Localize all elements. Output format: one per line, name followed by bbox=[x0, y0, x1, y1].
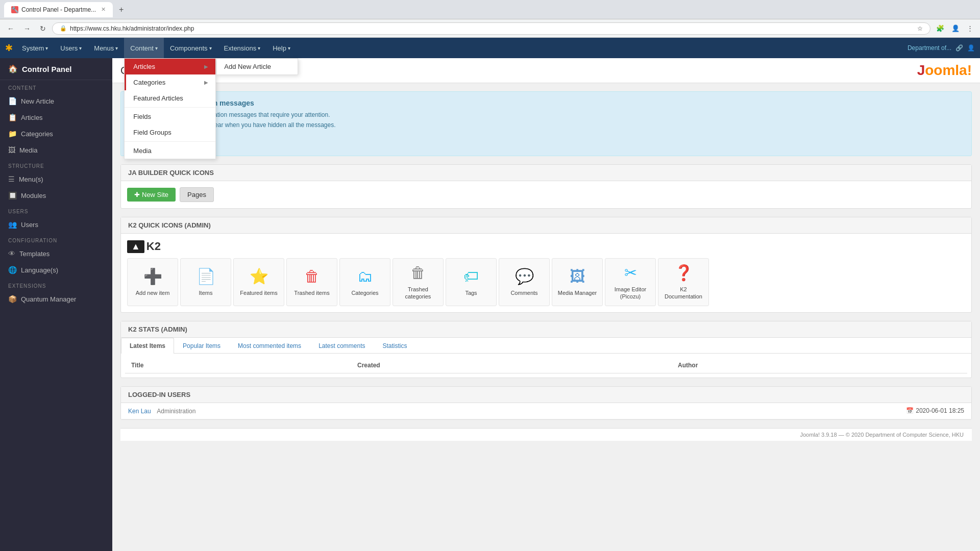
sidebar-item-languages-label: Language(s) bbox=[21, 266, 58, 274]
nav-item-help[interactable]: Help ▾ bbox=[266, 38, 297, 58]
k2-icon-comments[interactable]: 💬 Comments bbox=[499, 258, 550, 306]
comments-icon: 💬 bbox=[515, 267, 534, 285]
nav-item-content-label: Content bbox=[130, 44, 154, 52]
k2-icon-categories[interactable]: 🗂 Categories bbox=[339, 258, 390, 306]
back-button[interactable]: ← bbox=[4, 22, 17, 35]
sidebar: 🏠 Control Panel CONTENT 📄 New Article 📋 … bbox=[0, 58, 112, 551]
close-tab-button[interactable]: ✕ bbox=[101, 6, 106, 13]
browser-tab[interactable]: 🔧 Control Panel - Departme... ✕ bbox=[4, 2, 113, 17]
stats-tab-latest-items[interactable]: Latest Items bbox=[121, 338, 174, 354]
k2-quick-icons-panel: K2 QUICK ICONS (ADMIN) ▲ K2 ➕ Add new it… bbox=[120, 217, 972, 313]
sidebar-section-content-label: CONTENT bbox=[0, 80, 112, 93]
post-install-alert: You have post-installation messages Ther… bbox=[120, 91, 972, 156]
sidebar-header: 🏠 Control Panel bbox=[0, 58, 112, 80]
sidebar-section-users-label: USERS bbox=[0, 204, 112, 216]
bookmark-icon[interactable]: ☆ bbox=[917, 25, 923, 32]
trashed-items-label: Trashed items bbox=[294, 289, 329, 296]
comments-label: Comments bbox=[510, 289, 537, 296]
dropdown-articles[interactable]: Articles ▶ bbox=[125, 59, 215, 74]
nav-item-content[interactable]: Content ▾ Articles ▶ Categories ▶ Featur… bbox=[124, 38, 164, 58]
home-icon[interactable]: 🏠 bbox=[8, 64, 18, 73]
dropdown-media[interactable]: Media bbox=[125, 143, 215, 159]
forward-button[interactable]: → bbox=[20, 22, 34, 35]
k2-icon-trashed-items[interactable]: 🗑 Trashed items bbox=[286, 258, 337, 306]
joomla-brand-rest: oomla! bbox=[925, 62, 972, 78]
sidebar-item-quantum-manager[interactable]: 📦 Quantum Manager bbox=[0, 291, 112, 307]
address-bar[interactable]: 🔒 https://www.cs.hku.hk/administrator/in… bbox=[52, 22, 930, 35]
sidebar-item-users-label: Users bbox=[21, 221, 38, 229]
add-item-label: Add new item bbox=[136, 289, 170, 296]
logged-in-users-header: LOGGED-IN USERS bbox=[121, 387, 971, 403]
stats-col-title: Title bbox=[125, 358, 351, 373]
new-site-button[interactable]: ✚ New Site bbox=[127, 188, 176, 202]
sidebar-section-structure-label: STRUCTURE bbox=[0, 158, 112, 171]
nav-item-users[interactable]: Users ▾ bbox=[54, 38, 88, 58]
nav-item-menus[interactable]: Menus ▾ bbox=[88, 38, 124, 58]
sidebar-item-new-article-label: New Article bbox=[21, 97, 54, 105]
stats-tabs: Latest Items Popular Items Most commente… bbox=[121, 338, 971, 354]
stats-tab-latest-comments[interactable]: Latest comments bbox=[310, 338, 374, 354]
refresh-button[interactable]: ↻ bbox=[37, 22, 49, 35]
sidebar-item-templates[interactable]: 👁 Templates bbox=[0, 245, 112, 262]
quantum-manager-icon: 📦 bbox=[8, 295, 17, 303]
sidebar-item-new-article[interactable]: 📄 New Article bbox=[0, 93, 112, 109]
stats-col-author: Author bbox=[672, 358, 967, 373]
k2-icon-trashed-categories[interactable]: 🗑 Trashed categories bbox=[393, 258, 444, 306]
k2-icon-media-manager[interactable]: 🖼 Media Manager bbox=[552, 258, 603, 306]
tags-icon: 🏷 bbox=[463, 268, 479, 285]
k2-icon-items[interactable]: 📄 Items bbox=[180, 258, 231, 306]
nav-item-extensions[interactable]: Extensions ▾ bbox=[218, 38, 267, 58]
sidebar-item-modules[interactable]: 🔲 Modules bbox=[0, 187, 112, 204]
dropdown-categories[interactable]: Categories ▶ bbox=[125, 74, 215, 90]
k2-icon-image-editor[interactable]: ✂ Image Editor (Picozu) bbox=[605, 258, 656, 306]
k2-icon-k2-documentation[interactable]: ❓ K2 Documentation bbox=[658, 258, 709, 306]
sidebar-section-extensions-label: EXTENSIONS bbox=[0, 278, 112, 291]
logged-user-info: Ken Lau Administration bbox=[128, 407, 195, 415]
ja-builder-bar: ✚ New Site Pages bbox=[127, 187, 965, 202]
extensions-button[interactable]: 🧩 bbox=[934, 23, 947, 34]
new-tab-button[interactable]: + bbox=[116, 4, 127, 15]
browser-chrome: 🔧 Control Panel - Departme... ✕ + bbox=[0, 0, 980, 19]
menu-button[interactable]: ⋮ bbox=[964, 23, 976, 34]
logged-in-users-panel: LOGGED-IN USERS Ken Lau Administration 📅… bbox=[120, 386, 972, 420]
sidebar-item-articles[interactable]: 📋 Articles bbox=[0, 109, 112, 126]
k2-icon-tags[interactable]: 🏷 Tags bbox=[446, 258, 497, 306]
dropdown-add-new-article[interactable]: Add New Article bbox=[217, 59, 298, 74]
joomla-brand: Joomla! bbox=[917, 62, 972, 79]
profile-button[interactable]: 👤 bbox=[949, 23, 962, 34]
stats-tab-popular-items[interactable]: Popular Items bbox=[174, 338, 229, 354]
sidebar-item-languages[interactable]: 🌐 Language(s) bbox=[0, 262, 112, 278]
k2-categories-label: Categories bbox=[351, 289, 378, 296]
post-install-title: You have post-installation messages bbox=[129, 99, 963, 107]
dropdown-featured-articles[interactable]: Featured Articles bbox=[125, 90, 215, 106]
sidebar-item-users[interactable]: 👥 Users bbox=[0, 216, 112, 233]
nav-item-system[interactable]: System ▾ bbox=[16, 38, 54, 58]
dropdown-articles-arrow: ▶ bbox=[204, 64, 208, 69]
dropdown-categories-label: Categories bbox=[133, 79, 165, 86]
ja-builder-body: ✚ New Site Pages bbox=[121, 181, 971, 208]
featured-items-icon: ⭐ bbox=[250, 267, 268, 285]
stats-tab-most-commented[interactable]: Most commented items bbox=[229, 338, 310, 354]
sidebar-item-categories[interactable]: 📁 Categories bbox=[0, 126, 112, 142]
sidebar-item-media[interactable]: 🖼 Media bbox=[0, 142, 112, 158]
k2-icon-add-item[interactable]: ➕ Add new item bbox=[127, 258, 178, 306]
featured-items-label: Featured items bbox=[240, 289, 277, 296]
k2-stats-header: K2 STATS (ADMIN) bbox=[121, 321, 971, 338]
stats-tab-statistics[interactable]: Statistics bbox=[374, 338, 416, 354]
sidebar-item-menus[interactable]: ☰ Menu(s) bbox=[0, 171, 112, 187]
logged-user-name[interactable]: Ken Lau bbox=[128, 408, 151, 415]
pages-button[interactable]: Pages bbox=[180, 187, 214, 202]
dept-link[interactable]: Department of... bbox=[908, 44, 951, 52]
k2-quick-icons-body: ▲ K2 ➕ Add new item 📄 Items ⭐ Featured i… bbox=[121, 234, 971, 312]
k2-categories-icon: 🗂 bbox=[357, 268, 373, 285]
k2-icon-featured-items[interactable]: ⭐ Featured items bbox=[233, 258, 284, 306]
logged-user-role: Administration bbox=[157, 408, 195, 415]
nav-item-components[interactable]: Components ▾ bbox=[164, 38, 218, 58]
nav-item-users-label: Users bbox=[60, 44, 78, 52]
logged-user-time-value: 2020-06-01 18:25 bbox=[916, 407, 964, 414]
stats-col-created: Created bbox=[351, 358, 672, 373]
dropdown-fields[interactable]: Fields bbox=[125, 109, 215, 124]
user-icon[interactable]: 👤 bbox=[967, 44, 975, 52]
dropdown-field-groups[interactable]: Field Groups bbox=[125, 124, 215, 140]
joomla-topbar: ✱ System ▾ Users ▾ Menus ▾ Content ▾ Art… bbox=[0, 38, 980, 58]
